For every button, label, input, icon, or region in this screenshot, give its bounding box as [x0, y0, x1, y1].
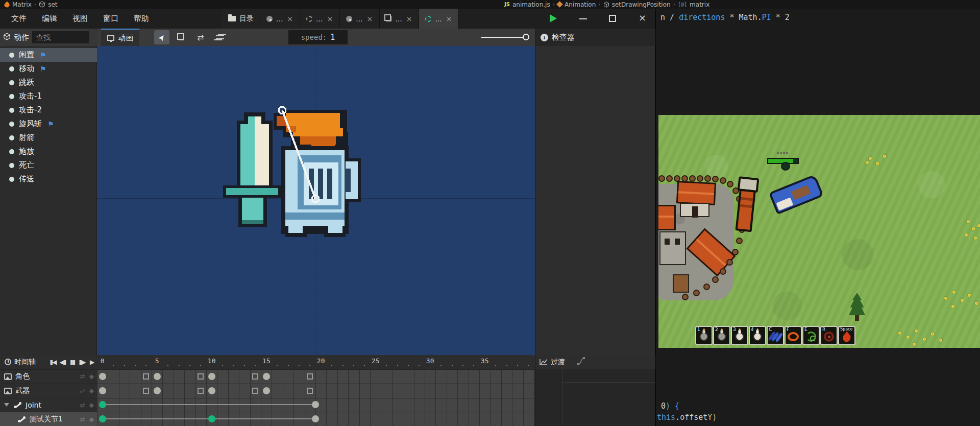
keyframe-dot[interactable] [263, 387, 270, 394]
sword-sprite[interactable] [223, 112, 281, 227]
breadcrumb-item[interactable]: matrix [690, 1, 709, 8]
track-label-Joint[interactable]: Joint⇄◆ [0, 398, 97, 412]
hotbar-slot-3[interactable]: 3★ [731, 326, 748, 345]
action-item-跳跃[interactable]: 跳跃 [0, 76, 97, 89]
hotbar-slot-F[interactable]: F [785, 326, 802, 345]
minimize-button[interactable] [579, 18, 587, 19]
keyframe-dot[interactable] [99, 401, 106, 408]
editor-tab[interactable]: ...× [380, 9, 419, 29]
play-button[interactable] [550, 14, 557, 22]
tab-close-icon[interactable]: × [406, 15, 413, 23]
keyframe-hold-marker[interactable] [307, 373, 313, 380]
curve-mini-icon: ⇄ [80, 401, 85, 409]
keyframe-hold-marker[interactable] [307, 388, 313, 394]
keyframe-dot[interactable] [312, 415, 319, 422]
tab-animation[interactable]: 动画 [101, 29, 139, 46]
hotbar-slot-Space[interactable]: Space [838, 326, 855, 345]
action-item-施放[interactable]: 施放 [0, 145, 97, 158]
ruler-tick [440, 365, 442, 366]
pause-button[interactable]: ▮▮ [68, 357, 77, 367]
hotbar-key-label: 3 [733, 327, 736, 332]
action-item-闲置[interactable]: 闲置⚑ [0, 48, 97, 62]
action-item-旋风斩[interactable]: 旋风斩⚑ [0, 117, 97, 131]
action-item-移动[interactable]: 移动⚑ [0, 62, 97, 76]
expander-icon[interactable] [4, 403, 9, 407]
skip-start-button[interactable]: ▮◀ [48, 357, 57, 367]
helmet-sprite[interactable] [281, 146, 361, 237]
keyframe-dot[interactable] [99, 415, 106, 422]
maximize-button[interactable] [609, 15, 616, 22]
breadcrumb-item[interactable]: setDrawingPosition [612, 1, 671, 8]
keyframe-dot[interactable] [208, 387, 215, 394]
menu-item-文件[interactable]: 文件 [4, 12, 34, 26]
hotbar-slot-1[interactable]: 1★ [695, 326, 713, 345]
play-button[interactable]: ▶ [87, 357, 96, 367]
tab-label: 目录 [239, 14, 254, 23]
action-item-射箭[interactable]: 射箭 [0, 131, 97, 145]
star-icon: ★ [702, 327, 705, 332]
hotbar-slot-C[interactable]: C [767, 326, 784, 345]
breadcrumb-item[interactable]: animation.js [512, 1, 550, 8]
flower [952, 291, 955, 294]
editor-tab[interactable]: 目录 [222, 9, 260, 29]
track-label-测试关节1[interactable]: 测试关节1⇄◆ [0, 412, 97, 426]
editor-tab[interactable]: ...× [300, 9, 340, 29]
step-back-button[interactable]: ◀▮ [58, 357, 67, 367]
code-line-2[interactable]: this.offsetY) [657, 413, 717, 422]
action-search-input[interactable] [32, 31, 89, 43]
keyframe-hold-marker[interactable] [198, 373, 204, 380]
code-line-1[interactable]: 0) { [661, 401, 679, 411]
keyframe-dot[interactable] [263, 373, 270, 380]
editor-tab[interactable]: ...× [419, 9, 459, 29]
code-line-top[interactable]: n / directions * Math.PI * 2 [660, 13, 790, 22]
hotbar-slot-4[interactable]: 4★ [749, 326, 766, 345]
action-item-死亡[interactable]: 死亡 [0, 158, 97, 172]
action-item-攻击-1[interactable]: 攻击-1 [0, 89, 97, 103]
track-row[interactable] [97, 384, 534, 398]
editor-tab[interactable]: ...× [340, 9, 380, 29]
menu-item-视图[interactable]: 视图 [65, 12, 95, 26]
keyframe-hold-marker[interactable] [143, 373, 149, 380]
keyframe-hold-marker[interactable] [252, 388, 258, 394]
tab-close-icon[interactable]: × [366, 15, 374, 23]
swap-button[interactable]: ⇄ [193, 30, 208, 44]
track-row[interactable] [97, 369, 534, 384]
keyframe-hold-marker[interactable] [252, 373, 258, 380]
track-label-角色[interactable]: 角色⇄◆ [0, 369, 97, 384]
keyframe-dot[interactable] [208, 373, 215, 380]
keyframe-hold-marker[interactable] [198, 388, 204, 394]
hotbar-slot-R[interactable]: R [820, 326, 838, 345]
select-tool-button[interactable]: ➤ [154, 30, 169, 44]
zoom-slider-knob[interactable] [523, 34, 529, 40]
keyframe-dot[interactable] [99, 373, 106, 380]
keyframe-dot[interactable] [312, 401, 319, 408]
track-name: 测试关节1 [30, 415, 63, 424]
speed-field[interactable]: speed: 1 [288, 30, 348, 44]
keyframe-dot[interactable] [154, 373, 161, 380]
zoom-slider[interactable] [481, 37, 526, 38]
keyframe-dot[interactable] [208, 415, 215, 422]
tab-close-icon[interactable]: × [446, 15, 453, 23]
keyframe-dot[interactable] [99, 387, 106, 394]
menu-item-帮助[interactable]: 帮助 [127, 12, 156, 26]
duplicate-button[interactable] [174, 30, 189, 44]
hotbar-slot-E[interactable]: E [802, 326, 820, 345]
animation-canvas[interactable] [97, 46, 535, 355]
hotbar-slot-2[interactable]: 2★ [713, 326, 730, 345]
menu-item-窗口[interactable]: 窗口 [96, 12, 126, 26]
curve-icon[interactable] [577, 357, 585, 367]
action-item-攻击-2[interactable]: 攻击-2 [0, 103, 97, 117]
menu-item-编辑[interactable]: 编辑 [35, 12, 64, 26]
tab-close-icon[interactable]: × [326, 15, 333, 23]
action-item-传送[interactable]: 传送 [0, 172, 97, 186]
track-label-武器[interactable]: 武器⇄◆ [0, 384, 97, 398]
settings-button[interactable] [212, 30, 228, 44]
code-token: directions [679, 13, 725, 22]
close-button[interactable]: × [639, 12, 646, 23]
breadcrumb-item[interactable]: Animation [565, 1, 596, 8]
step-forward-button[interactable]: ▮▶ [78, 357, 86, 367]
editor-tab[interactable]: ...× [260, 9, 300, 29]
keyframe-dot[interactable] [154, 387, 161, 394]
keyframe-hold-marker[interactable] [143, 388, 149, 394]
tab-close-icon[interactable]: × [286, 15, 293, 23]
